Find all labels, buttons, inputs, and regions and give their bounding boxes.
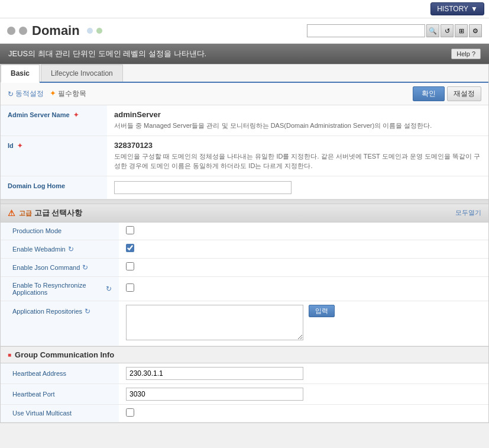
advanced-section: ⚠ 고급 고급 선택사항 모두열기 Production Mode <box>1 204 488 346</box>
refresh-button[interactable]: ↺ <box>441 24 454 37</box>
enable-json-command-row: Enable Json Command ↻ <box>1 258 488 276</box>
enable-webadmin-value <box>119 240 488 258</box>
id-row: Id ✦ 328370123 도메인을 구성할 때 도메인의 정체성을 나타내는… <box>1 136 488 176</box>
id-desc: 도메인을 구성할 때 도메인의 정체성을 나타내는 유일한 ID를 지정한다. … <box>114 152 481 171</box>
id-value-cell: 328370123 도메인을 구성할 때 도메인의 정체성을 나타내는 유일한 … <box>107 136 488 176</box>
heartbeat-port-input[interactable] <box>126 388 303 401</box>
webadmin-sync-icon[interactable]: ↻ <box>68 245 74 253</box>
history-label: HISTORY <box>437 5 468 13</box>
admin-server-name-label: Admin Server Name ✦ <box>1 105 107 136</box>
search-input[interactable] <box>307 24 425 37</box>
application-repositories-input-button[interactable]: 입력 <box>309 305 335 317</box>
application-repositories-value: 입력 <box>119 301 488 346</box>
enable-resynchronize-value <box>119 276 488 301</box>
repositories-sync-icon[interactable]: ↻ <box>85 307 90 315</box>
enable-resynchronize-row: Enable To Resynchronize Applications ↻ <box>1 276 488 301</box>
advanced-form: Production Mode Enable Webadmin ↻ <box>1 223 488 346</box>
production-mode-label: Production Mode <box>1 223 119 240</box>
production-mode-row: Production Mode <box>1 223 488 240</box>
application-repositories-textarea[interactable] <box>126 305 303 340</box>
toggle-all-link[interactable]: 모두열기 <box>455 208 481 217</box>
required-star: ✦ <box>73 111 79 118</box>
reset-button[interactable]: 재설정 <box>447 86 481 101</box>
advanced-warning-icon: ⚠ <box>8 208 15 218</box>
heartbeat-address-label: Heartbeat Address <box>1 363 119 384</box>
page-title: Domain <box>32 23 80 38</box>
enable-json-command-label: Enable Json Command ↻ <box>1 258 119 276</box>
dot-decoration-1 <box>7 27 15 35</box>
banner-text: JEUS의 최대 관리 단위인 도메인 레벨의 설정을 나타낸다. <box>8 49 206 59</box>
use-virtual-multicast-label: Use Virtual Multicast <box>1 404 119 422</box>
enable-resynchronize-checkbox[interactable] <box>126 283 134 292</box>
production-mode-checkbox[interactable] <box>126 226 134 234</box>
heartbeat-port-label: Heartbeat Port <box>1 383 119 404</box>
enable-json-command-value <box>119 258 488 276</box>
expand-button[interactable]: ⊞ <box>455 24 468 37</box>
required-label: 필수항목 <box>58 89 86 98</box>
tab-basic[interactable]: Basic <box>1 65 40 83</box>
heartbeat-port-row: Heartbeat Port <box>1 383 488 404</box>
enable-webadmin-label: Enable Webadmin ↻ <box>1 240 119 258</box>
dynamic-settings-link[interactable]: ↻ 동적설정 <box>8 89 44 99</box>
application-repositories-label: Application Repositories ↻ <box>1 301 119 346</box>
resynchronize-sync-icon[interactable]: ↻ <box>106 285 112 293</box>
heartbeat-address-row: Heartbeat Address <box>1 363 488 384</box>
section-divider <box>1 199 488 204</box>
history-button[interactable]: HISTORY ▼ <box>430 2 484 15</box>
dynamic-label: 동적설정 <box>15 89 44 99</box>
tab-lifecycle-invocation[interactable]: Lifecycle Invocation <box>41 65 123 82</box>
group-comm-icon: ■ <box>8 352 11 358</box>
heartbeat-port-value-cell <box>119 383 488 404</box>
group-comm-header: ■ Group Communication Info <box>1 346 488 363</box>
dot-decoration-4 <box>96 28 102 34</box>
admin-server-name-value-cell: adminServer 서버들 중 Managed Server들을 관리 및 … <box>107 105 488 136</box>
dot-decoration-2 <box>19 27 27 35</box>
domain-log-home-input[interactable] <box>114 181 292 194</box>
history-arrow-icon: ▼ <box>471 5 478 13</box>
admin-server-name-value: adminServer <box>114 110 481 119</box>
required-mark: ✦ 필수항목 <box>50 89 86 99</box>
application-repositories-row: Application Repositories ↻ 입력 <box>1 301 488 346</box>
help-button[interactable]: Help ? <box>451 49 481 59</box>
search-button[interactable]: 🔍 <box>426 24 439 37</box>
advanced-section-label: 고급 고급 선택사항 <box>19 208 82 218</box>
group-comm-label: Group Communication Info <box>15 350 114 359</box>
use-virtual-multicast-row: Use Virtual Multicast <box>1 404 488 422</box>
use-virtual-multicast-value-cell <box>119 404 488 422</box>
enable-resynchronize-label: Enable To Resynchronize Applications ↻ <box>1 276 119 301</box>
id-required-star: ✦ <box>17 142 22 149</box>
main-form: Admin Server Name ✦ adminServer 서버들 중 Ma… <box>1 105 488 199</box>
dot-decoration-3 <box>87 28 93 34</box>
confirm-button[interactable]: 확인 <box>413 86 445 101</box>
id-label: Id ✦ <box>1 136 107 176</box>
domain-log-home-value-cell <box>107 176 488 199</box>
group-comm-form: Heartbeat Address Heartbeat Port Use Vir… <box>1 363 488 423</box>
enable-webadmin-row: Enable Webadmin ↻ <box>1 240 488 258</box>
heartbeat-address-value-cell <box>119 363 488 384</box>
toolbar: ↻ 동적설정 ✦ 필수항목 확인 재설정 <box>1 83 488 105</box>
admin-server-name-row: Admin Server Name ✦ adminServer 서버들 중 Ma… <box>1 105 488 136</box>
use-virtual-multicast-checkbox[interactable] <box>126 408 134 417</box>
production-mode-value <box>119 223 488 240</box>
id-value: 328370123 <box>114 141 481 150</box>
domain-log-home-row: Domain Log Home <box>1 176 488 199</box>
admin-server-name-desc: 서버들 중 Managed Server들을 관리 및 모니터링하는 DAS(D… <box>114 121 481 131</box>
enable-json-command-checkbox[interactable] <box>126 262 134 270</box>
json-command-sync-icon[interactable]: ↻ <box>82 263 88 272</box>
group-comm-section: ■ Group Communication Info Heartbeat Add… <box>1 346 488 423</box>
tab-bar: Basic Lifecycle Invocation <box>1 65 488 83</box>
heartbeat-address-input[interactable] <box>126 367 303 380</box>
settings-button[interactable]: ⚙ <box>469 24 482 37</box>
enable-webadmin-checkbox[interactable] <box>126 244 134 252</box>
advanced-header: ⚠ 고급 고급 선택사항 모두열기 <box>1 204 488 223</box>
domain-log-home-label: Domain Log Home <box>1 176 107 199</box>
dynamic-icon: ↻ <box>8 90 14 98</box>
